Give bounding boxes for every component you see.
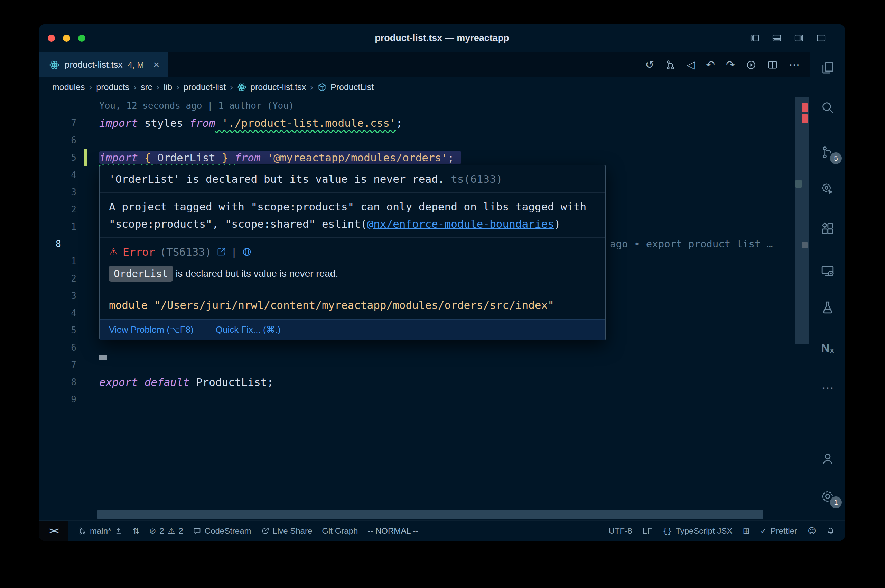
remote-icon: >< <box>50 525 58 536</box>
code-editor[interactable]: You, 12 seconds ago | 1 author (You) 7 i… <box>39 97 810 520</box>
popup-resize-handle[interactable] <box>99 355 107 360</box>
run-debug-icon[interactable] <box>810 181 845 197</box>
breadcrumb-item[interactable]: modules <box>52 82 85 92</box>
customize-layout-icon[interactable] <box>816 33 826 43</box>
accounts-icon[interactable] <box>810 450 845 467</box>
codestream-button[interactable]: CodeStream <box>193 526 251 536</box>
remote-indicator-button[interactable]: >< <box>39 520 68 542</box>
eslint-message-row: A project tagged with "scope:products" c… <box>100 192 606 237</box>
web-search-globe-icon[interactable] <box>242 247 252 257</box>
line-number: 9 <box>39 391 90 408</box>
grid-icon: ⊞ <box>742 527 750 535</box>
nx-console-icon[interactable]: Nx <box>810 340 845 357</box>
punctuation-token: ; <box>448 152 454 164</box>
chevron-right-icon: › <box>156 82 160 93</box>
encoding-indicator[interactable]: UTF-8 <box>609 526 632 536</box>
next-change-icon[interactable]: ↷ <box>726 59 735 70</box>
source-control-badge: 5 <box>830 152 842 164</box>
diagnostic-hover-popup: 'OrderList' is declared but its value is… <box>99 165 606 340</box>
chevron-right-icon: › <box>133 82 137 93</box>
breadcrumb-item[interactable]: product-list <box>183 82 226 92</box>
more-actions-icon[interactable]: ⋯ <box>789 59 799 70</box>
module-path-row: module "/Users/juri/nrwl/content/myreact… <box>100 291 606 319</box>
gitlens-authors-codelens[interactable]: You, 12 seconds ago | 1 author (You) <box>99 97 294 114</box>
branch-indicator[interactable]: main* <box>78 526 123 536</box>
error-code-row: ⚠ Error (TS6133) | <box>100 237 606 261</box>
codelens-row: You, 12 seconds ago | 1 author (You) <box>39 97 810 114</box>
line-number: 6 <box>39 132 90 149</box>
run-file-icon[interactable] <box>746 60 756 70</box>
bell-icon <box>826 527 835 535</box>
tab-product-list[interactable]: product-list.tsx 4, M × <box>39 52 168 77</box>
extensions-icon[interactable] <box>810 220 845 237</box>
module-keyword: module <box>109 299 147 311</box>
diagnostic-source: ts(6133) <box>451 173 502 185</box>
branch-name: main* <box>90 526 111 536</box>
eslint-rule-link[interactable]: @nx/enforce-module-boundaries <box>367 218 554 230</box>
grid-status-button[interactable]: ⊞ <box>742 527 750 535</box>
pipe-separator: | <box>231 244 237 260</box>
live-share-button[interactable]: Live Share <box>261 526 313 536</box>
line-number: 7 <box>39 356 90 374</box>
horizontal-scrollbar[interactable] <box>98 510 763 519</box>
settings-gear-icon[interactable]: 1 <box>810 488 845 505</box>
current-line-number: 8 <box>39 235 90 252</box>
errors-icon: ⊘ <box>149 527 156 535</box>
keyword-token: import <box>99 152 138 164</box>
react-file-icon <box>237 82 246 92</box>
tab-label: product-list.tsx <box>65 59 123 70</box>
prettier-indicator[interactable]: ✓ Prettier <box>760 526 797 536</box>
sync-branches-button[interactable]: ⇅ <box>132 527 139 535</box>
line-number: 4 <box>39 166 90 183</box>
vscode-window: product-list.tsx — myreactapp product-li… <box>39 24 845 541</box>
feedback-smiley-button[interactable]: ☺ <box>808 527 816 535</box>
split-editor-icon[interactable] <box>768 60 778 70</box>
toggle-sidebar-right-icon[interactable] <box>793 33 804 43</box>
breadcrumb-item-symbol[interactable]: ProductList <box>331 82 374 92</box>
notifications-bell-button[interactable] <box>826 527 835 535</box>
error-marker <box>802 103 808 112</box>
problems-indicator[interactable]: ⊘ 2 ⚠ 2 <box>149 526 183 536</box>
publish-changes-icon <box>114 527 123 535</box>
quick-fix-link[interactable]: Quick Fix... (⌘.) <box>216 324 281 335</box>
view-problem-link[interactable]: View Problem (⌥F8) <box>109 324 194 335</box>
change-marker <box>802 242 808 248</box>
source-control-icon[interactable]: 5 <box>810 144 845 160</box>
status-bar: >< main* ⇅ ⊘ 2 ⚠ 2 CodeStream Live Share… <box>39 520 845 541</box>
timeline-history-icon[interactable]: ↺ <box>645 59 654 70</box>
chevron-right-icon: › <box>230 82 233 93</box>
open-changes-icon[interactable]: ◁ <box>687 59 695 70</box>
titlebar: product-list.tsx — myreactapp <box>39 24 845 52</box>
chevron-right-icon: › <box>176 82 180 93</box>
breadcrumb-item[interactable]: src <box>141 82 152 92</box>
chevron-right-icon: › <box>310 82 314 93</box>
files-icon[interactable] <box>810 59 845 76</box>
language-mode-indicator[interactable]: {} TypeScript JSX <box>663 526 733 536</box>
toggle-sidebar-left-icon[interactable] <box>749 33 760 43</box>
line-number: 4 <box>39 304 90 322</box>
vertical-scrollbar[interactable] <box>795 97 808 345</box>
breadcrumb-item-file[interactable]: product-list.tsx <box>250 82 306 92</box>
close-tab-icon[interactable]: × <box>153 59 159 70</box>
more-views-icon[interactable]: ⋯ <box>810 380 845 396</box>
toggle-panel-icon[interactable] <box>771 33 782 43</box>
line-number: 3 <box>39 287 90 304</box>
search-icon[interactable] <box>810 99 845 116</box>
brace-token: { <box>138 152 157 164</box>
breadcrumb-item[interactable]: lib <box>164 82 172 92</box>
eol-indicator[interactable]: LF <box>643 526 652 536</box>
breadcrumb-item[interactable]: products <box>96 82 129 92</box>
line-number: 8 <box>39 374 90 391</box>
remote-explorer-icon[interactable] <box>810 262 845 279</box>
keyword-token: export <box>99 376 138 388</box>
keyword-token: import <box>99 117 138 129</box>
testing-icon[interactable] <box>810 299 845 316</box>
previous-change-icon[interactable]: ↶ <box>706 59 715 70</box>
code-line: 8 export default ProductList; <box>39 374 810 391</box>
git-graph-button[interactable]: Git Graph <box>322 526 358 536</box>
gitlens-inline-blame: ago • export product list … <box>610 235 773 252</box>
code-line: 7 import styles from './product-list.mod… <box>39 114 810 132</box>
punctuation-token: ; <box>396 117 403 129</box>
git-pull-request-icon[interactable] <box>665 60 676 70</box>
open-external-icon[interactable] <box>216 247 226 257</box>
